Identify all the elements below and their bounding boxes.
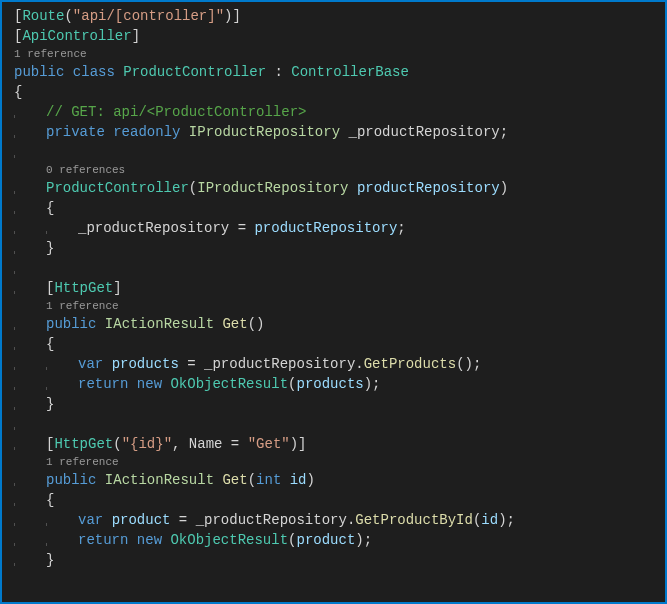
code-line: return new OkObjectResult(product);: [14, 530, 665, 550]
codelens-reference[interactable]: 1 reference: [14, 298, 665, 314]
code-line: [HttpGet("{id}", Name = "Get")]: [14, 434, 665, 454]
blank-line: [14, 142, 665, 162]
code-line: public IActionResult Get(int id): [14, 470, 665, 490]
code-line: {: [14, 334, 665, 354]
code-line: var products = _productRepository.GetPro…: [14, 354, 665, 374]
code-line: private readonly IProductRepository _pro…: [14, 122, 665, 142]
codelens-reference[interactable]: 0 references: [14, 162, 665, 178]
code-line: [ApiController]: [14, 26, 665, 46]
code-line: // GET: api/<ProductController>: [14, 102, 665, 122]
code-line: {: [14, 82, 665, 102]
code-line: _productRepository = productRepository;: [14, 218, 665, 238]
code-line: [Route("api/[controller]")]: [14, 6, 665, 26]
codelens-reference[interactable]: 1 reference: [14, 454, 665, 470]
code-line: public class ProductController : Control…: [14, 62, 665, 82]
code-line: [HttpGet]: [14, 278, 665, 298]
code-editor[interactable]: [Route("api/[controller]")] [ApiControll…: [2, 2, 665, 574]
codelens-reference[interactable]: 1 reference: [14, 46, 665, 62]
blank-line: [14, 258, 665, 278]
code-line: }: [14, 550, 665, 570]
blank-line: [14, 414, 665, 434]
code-line: var product = _productRepository.GetProd…: [14, 510, 665, 530]
code-line: {: [14, 198, 665, 218]
code-line: }: [14, 394, 665, 414]
code-line: }: [14, 238, 665, 258]
code-line: return new OkObjectResult(products);: [14, 374, 665, 394]
code-line: ProductController(IProductRepository pro…: [14, 178, 665, 198]
code-line: public IActionResult Get(): [14, 314, 665, 334]
code-line: {: [14, 490, 665, 510]
